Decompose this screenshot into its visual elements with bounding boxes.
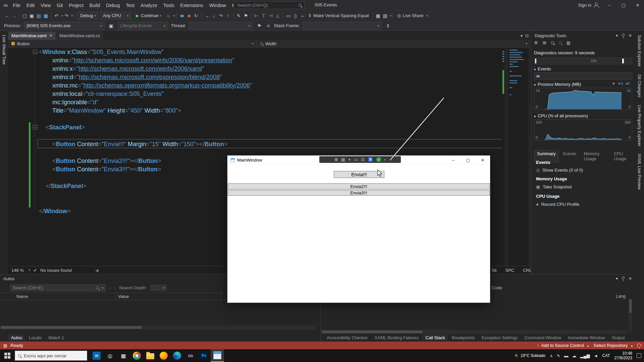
menu-extensions[interactable]: Extensions — [177, 0, 206, 10]
minimap-scrollbar[interactable] — [508, 48, 528, 266]
code-line-9[interactable] — [8, 115, 502, 123]
code-line-4[interactable]: xmlns:d="http://schemas.microsoft.com/ex… — [8, 73, 502, 81]
diag-tab-cpu-usage[interactable]: CPU Usage — [611, 150, 635, 162]
menu-project[interactable]: Project — [66, 0, 87, 10]
tray-battery-icon[interactable]: ▬ — [564, 353, 568, 358]
stop-debugging-icon[interactable]: ■ — [185, 12, 193, 20]
taskbar-search-input[interactable]: Escriu aquí per cercar — [15, 351, 87, 361]
app-window[interactable]: MainWindow – ▢ ✕ ⊞▤⌖▭⊡♿✓‹ Envia!!! Envia… — [227, 155, 490, 303]
close-panel-icon[interactable]: ✕ — [629, 33, 632, 38]
menu-build[interactable]: Build — [87, 0, 103, 10]
record-cpu-link[interactable]: ● Record CPU Profile — [536, 202, 579, 207]
menu-view[interactable]: View — [38, 0, 54, 10]
navigate-forward-icon[interactable]: → — [10, 12, 17, 20]
menu-debug[interactable]: Debug — [103, 0, 123, 10]
envia2-button[interactable]: Envia2!!! — [228, 183, 490, 189]
stack-frame-select[interactable]: ▾ — [303, 22, 382, 29]
code-line-1[interactable]: <Window x:Class="S05_Events.MainWindow" — [8, 48, 502, 56]
process-select[interactable]: [6080] S05 Events.exe▾ — [24, 22, 105, 29]
zoom-select[interactable]: 146 % — [11, 268, 24, 273]
hot-reload-status-icon[interactable]: ✓ — [376, 157, 381, 162]
bottom-tab-output[interactable]: Output — [609, 334, 628, 341]
menu-test[interactable]: Test — [123, 0, 138, 10]
redo-icon[interactable]: ↷ — [63, 12, 70, 20]
background-tasks-icon[interactable]: ▤ — [3, 343, 7, 348]
stack-options-icon[interactable]: ⇕ — [385, 22, 392, 30]
code-line-7[interactable]: mc:Ignorable="d" — [8, 98, 502, 106]
process-snapshot-icon[interactable]: ▣ — [108, 22, 115, 30]
take-snapshot-link[interactable]: ▣ Take Snapshot — [536, 184, 572, 189]
bottom-tab-call-stack[interactable]: Call Stack — [423, 334, 448, 341]
show-next-statement-icon[interactable]: → — [203, 12, 210, 20]
callstack-vertical-scrollbar[interactable] — [629, 299, 632, 332]
sign-in-link[interactable]: Sign in — [578, 3, 591, 8]
breadcrumb-property-select[interactable]: Width ▾ — [257, 40, 530, 47]
snapshot-legend-icon[interactable]: ▼S — [618, 82, 623, 85]
close-button[interactable]: ✕ — [631, 0, 644, 10]
align-rights-icon[interactable]: ⊣ — [267, 12, 274, 20]
undo-icon[interactable]: ↶ — [53, 12, 60, 20]
open-file-icon[interactable]: ▣ — [28, 12, 35, 20]
window-position-icon[interactable]: ▾ — [616, 33, 618, 38]
collapse-toolbar-icon[interactable]: ‹ — [384, 157, 386, 162]
notifications-button[interactable] — [637, 343, 641, 348]
events-section-header[interactable]: ▴Events — [534, 66, 551, 71]
callstack-horizontal-scrollbar[interactable] — [321, 330, 627, 334]
side-tab-git-changes[interactable]: Git Changes — [637, 74, 642, 97]
weather-widget[interactable]: ☀ 19°C Soleado — [514, 353, 545, 359]
bottom-tab-breakpoints[interactable]: Breakpoints — [449, 334, 478, 341]
bottom-tab-immediate-window[interactable]: Immediate Window — [565, 334, 608, 341]
go-to-live-visual-tree-icon[interactable]: ⊞ — [334, 157, 338, 162]
snap-grid-icon[interactable]: ▧ — [382, 12, 389, 20]
filter-icon[interactable]: ▼ — [612, 82, 615, 85]
bottom-tab-command-window[interactable]: Command Window — [521, 334, 564, 341]
chart-options-icon[interactable]: ▥ — [567, 40, 571, 45]
select-element-icon[interactable]: ⌖ — [348, 157, 351, 162]
diag-tab-memory-usage[interactable]: Memory Usage — [581, 150, 609, 162]
code-line-2[interactable]: xmlns="http://schemas.microsoft.com/winf… — [8, 56, 502, 64]
continue-button[interactable]: ▶Continue▾ — [133, 12, 164, 19]
window-position-icon[interactable]: ▾ — [616, 276, 618, 281]
envia3-button[interactable]: Envia3!!! — [228, 190, 490, 196]
autos-search-input[interactable]: Search (Ctrl+E) ▾ — [10, 284, 106, 291]
redo-icon-dropdown[interactable]: ▾ — [71, 14, 73, 17]
memory-section-header[interactable]: ▴Process Memory (MB) — [534, 82, 581, 87]
taskbar-chrome-icon[interactable] — [130, 349, 144, 362]
fold-toggle-icon[interactable]: – — [33, 50, 37, 54]
timeline-ruler[interactable]: 10s — [534, 58, 632, 64]
search-back-icon[interactable]: ‹ — [109, 285, 111, 290]
side-tab-solution-explorer[interactable]: Solution Explorer — [637, 35, 642, 67]
tray-volume-icon[interactable]: ◄ — [594, 353, 598, 358]
show-events-link[interactable]: ◎ Show Events (0 of 0) — [536, 168, 583, 173]
bottom-tab-autos[interactable]: Autos — [8, 334, 25, 341]
same-height-icon[interactable]: ▯ — [292, 12, 299, 20]
code-line-8[interactable]: Title="MainWindow" Height="450" Width="8… — [8, 106, 502, 115]
select-repository-button[interactable]: Select Repository ▴ — [594, 343, 633, 348]
step-out-icon[interactable]: ↑ — [224, 12, 231, 20]
search-depth-select[interactable]: ▾ — [150, 285, 166, 291]
zoom-out-icon[interactable] — [559, 41, 562, 44]
break-all-icon[interactable]: ▮▮ — [178, 12, 185, 20]
side-tab-xaml-live-preview[interactable]: XAML Live Preview — [637, 154, 642, 190]
menu-window[interactable]: Window — [206, 0, 229, 10]
pin-icon[interactable] — [622, 277, 625, 279]
display-margins-icon[interactable]: ▭ — [354, 157, 358, 162]
diag-tab-events[interactable]: Events — [560, 150, 580, 162]
accessibility-checker-icon[interactable]: ♿ — [368, 157, 373, 162]
tray-network-icon[interactable]: ▂▄▆ — [580, 353, 590, 358]
flag-threads-icon[interactable]: ⚑ — [256, 22, 263, 30]
bottom-tab-exception-settings[interactable]: Exception Settings — [479, 334, 521, 341]
make-vertical-spacing-equal[interactable]: ⇕Make Vertical Spacing Equal — [306, 12, 371, 20]
diag-export-icon[interactable]: ⊞ — [543, 40, 546, 45]
pin-icon[interactable] — [622, 34, 625, 36]
menu-analyze[interactable]: Analyze — [138, 0, 160, 10]
step-into-icon[interactable]: ↓ — [210, 12, 217, 20]
taskbar-visual-studio-icon[interactable]: ∞ — [184, 349, 197, 362]
start-button[interactable] — [0, 349, 15, 362]
show-layout-adorners-icon[interactable]: ▤ — [341, 157, 345, 162]
zoom-caret-icon[interactable]: ▾ — [29, 268, 30, 272]
restart-icon[interactable]: ↻ — [193, 12, 200, 20]
thread-list-icon[interactable]: ≡ — [265, 22, 272, 30]
bookmark-icon[interactable]: ⚑ — [242, 12, 249, 20]
app-close-button[interactable]: ✕ — [475, 156, 490, 165]
